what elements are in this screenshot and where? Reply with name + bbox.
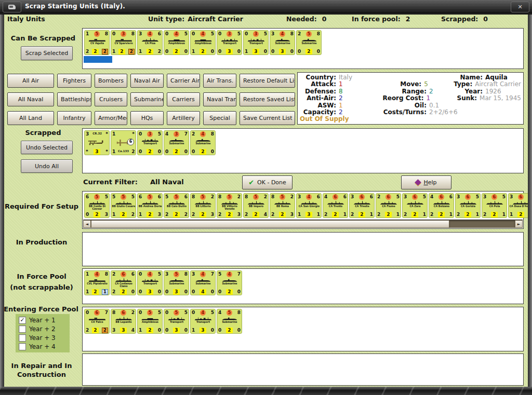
filter-button-bombers[interactable]: Bombers — [95, 74, 127, 88]
unit-counter-transport[interactable]: 035Transport030 — [217, 30, 242, 55]
unit-counter-cr-32[interactable]: 3CR.32**3* — [84, 130, 110, 155]
unit-counter-transport[interactable]: 045Transport030 — [137, 270, 163, 295]
unit-counter-ca-pola[interactable]: 365CA Pola221 — [482, 193, 507, 218]
counter-right-value: 6 — [343, 195, 347, 199]
scrollbar-thumb[interactable] — [91, 220, 449, 228]
filter-button-save-current-list[interactable]: Save Current List — [240, 111, 295, 125]
unit-counter-bb-giulio-cesare[interactable]: 555BB Giulio Cesare122 — [111, 193, 136, 218]
unit-name: Transport — [138, 282, 162, 289]
unit-counter-cv-falco[interactable]: 067CV Falco222 — [84, 309, 110, 334]
unit-counter-ca-trento[interactable]: 466CA Trento221 — [323, 193, 348, 218]
unit-counter-ca-costanzo-ciano[interactable]: 266CA Costanzo Ciano220 — [111, 270, 136, 295]
filter-button-special[interactable]: Special — [203, 111, 236, 125]
filter-button-air-trans[interactable]: Air Trans. — [203, 74, 236, 88]
scroll-right-arrow[interactable]: ► — [515, 220, 523, 228]
unit-counter-amphibious[interactable]: 045Amphibious020 — [164, 30, 189, 55]
unit-counter-submarine[interactable]: 347Submarine040 — [190, 270, 216, 295]
scrap-selected-button[interactable]: Scrap Selected — [21, 46, 73, 60]
unit-counter-submarine[interactable]: 547Submarine020 — [217, 270, 242, 295]
in-force-pool-panel: 148CVL Pipistrello121266CA Costanzo Cian… — [82, 268, 524, 304]
filter-button-hqs[interactable]: HQs — [130, 111, 164, 125]
counter-right-value: 6 — [317, 195, 320, 199]
unit-counter-bb-conte-di-cavour[interactable]: 655BB Conte Di Cavour023 — [84, 193, 110, 218]
counter-right-value: 1 — [423, 212, 426, 217]
can-be-scrapped-label: Can Be Scrapped — [5, 34, 81, 42]
unit-counter-submarine[interactable]: 258Submarine020 — [296, 30, 322, 55]
unit-rating-circle: 6 — [491, 194, 497, 200]
system-menu-button[interactable] — [3, 2, 21, 12]
checkbox-row-year-1[interactable]: ✓Year + 1 — [19, 316, 69, 324]
checkbox-row-year-4[interactable]: Year + 4 — [19, 342, 69, 351]
checkbox[interactable] — [19, 334, 26, 342]
unit-counter-submarine[interactable]: 248Submarine020 — [190, 130, 216, 155]
filter-button-carriers[interactable]: Carriers — [167, 92, 200, 106]
filter-button-all-air[interactable]: All Air — [7, 74, 54, 88]
checkbox[interactable]: ✓ — [19, 317, 26, 324]
info-label-anti-air: Anti-Air: — [300, 95, 336, 102]
filter-button-all-naval[interactable]: All Naval — [7, 92, 54, 106]
unit-counter-ca-gorizia[interactable]: 365CA Gorizia221 — [455, 193, 481, 218]
help-button[interactable]: Help — [401, 175, 451, 189]
unit-name: Submarine — [217, 282, 242, 289]
unit-counter-ca-pisa[interactable]: 346CA Pisa122 — [137, 30, 163, 55]
unit-counter-submarine[interactable]: 458Submarine020 — [217, 309, 242, 334]
unit-counter-transport[interactable]: 045Transport130 — [190, 309, 216, 334]
unit-cost-value: 3 — [173, 289, 179, 295]
unit-counter-ca-bolzano[interactable]: 466CA Bolzano221 — [429, 193, 454, 218]
unit-counter-bb-littorio[interactable]: 852BB Littorio223 — [190, 193, 216, 218]
unit-counter-transport[interactable]: 035Transport020 — [137, 130, 163, 155]
unit-counter-submarine[interactable]: 437Submarine020 — [164, 130, 189, 155]
unit-counter-submarine[interactable]: 348Submarine030 — [270, 30, 295, 55]
checkbox-row-year-2[interactable]: Year + 2 — [19, 324, 69, 333]
unit-counter-transport[interactable]: 035Transport130 — [243, 30, 269, 55]
unit-counter-bb-andrea-doria[interactable]: 656BB Andrea Doria123 — [137, 193, 163, 218]
filter-button-naval-trans[interactable]: Naval Trans. — [203, 92, 236, 106]
filter-button-naval-air[interactable]: Naval Air — [130, 74, 164, 88]
undo-selected-button[interactable]: Undo Selected — [21, 141, 73, 154]
unit-counter-bb-lepanto[interactable]: 862BB Lepanto334 — [111, 309, 136, 334]
unit-counter-cvl-pipistrello[interactable]: 148CVL Pipistrello121 — [84, 270, 110, 295]
filter-button-cruisers[interactable]: Cruisers — [95, 92, 127, 106]
unit-counter-amphibious[interactable]: 055Amphibious120 — [137, 309, 163, 334]
filter-button-artillery[interactable]: Artillery — [167, 111, 200, 125]
unit-counter-transport[interactable]: 055Transport030 — [164, 309, 189, 334]
unit-counter-cv-sparviero[interactable]: 038CV Sparviero122 — [111, 30, 136, 55]
filter-button-carrier-air[interactable]: Carrier Air — [167, 74, 200, 88]
counter-left-value: 1 — [86, 32, 89, 36]
unit-counter-amphibious[interactable]: 045Amphibious120 — [190, 30, 216, 55]
unit-counter-ca-san-giorgio[interactable]: 346CA San Giorgio131 — [296, 193, 322, 218]
scroll-left-arrow[interactable]: ◄ — [83, 220, 91, 228]
filter-button-battleships[interactable]: Battleships — [57, 92, 91, 106]
filter-button-submarines[interactable]: Submarines — [130, 92, 164, 106]
filter-button-all-land[interactable]: All Land — [7, 111, 54, 125]
close-button[interactable]: ✕ — [511, 2, 529, 12]
scrollbar-track[interactable] — [449, 220, 515, 228]
undo-all-button[interactable]: Undo All — [21, 159, 73, 173]
counter-left-value: 2 — [218, 212, 221, 217]
filter-button-restore-saved-list[interactable]: Restore Saved List — [240, 92, 295, 106]
unit-counter-ca-fiume[interactable]: 265CA Fiume221 — [376, 193, 401, 218]
unit-counter-bb-impero[interactable]: 852BB Impero224 — [243, 193, 269, 218]
unit-counter-bb-roma[interactable]: 852BB Roma223 — [270, 193, 295, 218]
checkbox[interactable] — [19, 343, 26, 350]
unit-counter-ca-trieste[interactable]: 366CA Trieste221 — [349, 193, 375, 218]
counter-left-value: 0 — [165, 49, 168, 54]
filter-button-armor-mech[interactable]: Armor/Mech — [95, 111, 127, 125]
unit-counter-cv-aquila[interactable]: 158CV Aquila222 — [84, 30, 110, 55]
ok-done-button[interactable]: ✔ OK - Done — [242, 175, 292, 189]
filter-button-fighters[interactable]: Fighters — [57, 74, 91, 88]
checkbox[interactable] — [19, 325, 26, 333]
checkbox-row-year-3[interactable]: Year + 3 — [19, 333, 69, 342]
counter-left-value: 5 — [218, 272, 221, 277]
unit-counter-ca-zara[interactable]: 365CA Zara221 — [402, 193, 428, 218]
unit-counter-ca-133[interactable]: 1*61Ca.1332 — [111, 130, 136, 155]
unit-cost-value: 2 — [92, 289, 98, 295]
in-repair-panel — [82, 353, 524, 386]
horizontal-scrollbar[interactable]: ◄ ► — [83, 220, 523, 228]
unit-counter-submarine[interactable]: 358Submarine030 — [164, 270, 189, 295]
unit-counter-bb-caio-duilio[interactable]: 556BB Caio Duilio222 — [164, 193, 189, 218]
unit-counter-bb-vittorio-veneto[interactable]: 852BB Vittorio Veneto223 — [217, 193, 242, 218]
filter-button-infantry[interactable]: Infantry — [57, 111, 91, 125]
unit-rating-circle: 4 — [174, 31, 179, 37]
filter-button-restore-default-list[interactable]: Restore Default List — [240, 74, 295, 88]
